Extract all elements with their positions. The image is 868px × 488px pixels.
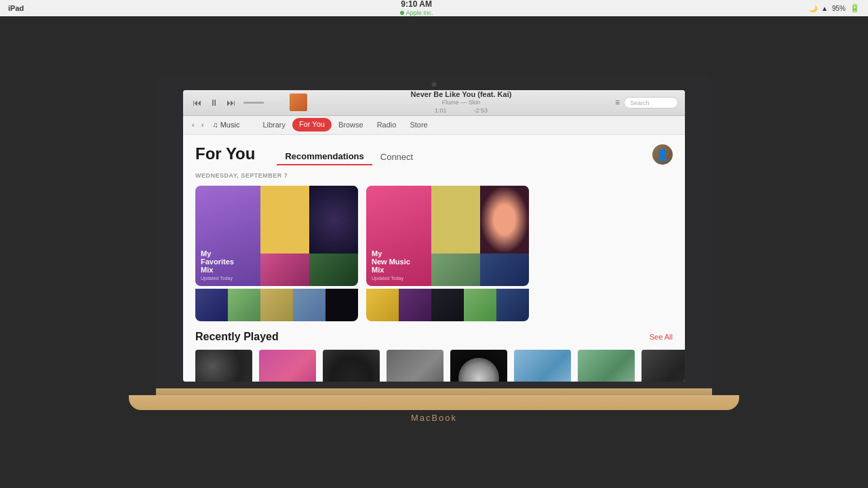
- breadcrumb-label: Music: [220, 121, 240, 129]
- nav-back[interactable]: ‹: [190, 121, 197, 129]
- albums-row: Generation De Lux Mirage - EP Elix Ology: [195, 350, 673, 382]
- album-item-mirage[interactable]: Mirage - EP Elix: [259, 350, 316, 382]
- song-info: Never Be Like You (feat. Kai) Flume — Sk…: [313, 90, 610, 115]
- album-item-ride[interactable]: Ride into the Unknown Badsum: [450, 350, 507, 382]
- nm-thumb-3: [431, 253, 480, 286]
- macbook-label: MacBook: [411, 413, 457, 423]
- nm-bs-1: [366, 289, 399, 321]
- pause-button[interactable]: ⏸: [207, 96, 221, 109]
- nav-tabs: Library For You Browse Radio Store: [256, 118, 434, 131]
- list-view-icon[interactable]: ≡: [615, 98, 620, 107]
- itunes-toolbar: ⏮ ⏸ ⏭ Never Be Like You (feat. Kai) Flum…: [183, 90, 685, 116]
- fav-bs-5: [326, 289, 358, 321]
- nm-thumb-2: [480, 186, 529, 253]
- album-item-softbounce[interactable]: The Soft Bounce Beyond The Wizards Sleev…: [387, 350, 443, 382]
- nav-forward[interactable]: ›: [199, 121, 206, 129]
- search-box: Search: [624, 97, 678, 108]
- tab-browse[interactable]: Browse: [332, 118, 370, 131]
- fav-bs-2: [228, 289, 260, 321]
- nm-thumb-4: [480, 253, 529, 286]
- nm-bs-3: [431, 289, 464, 321]
- album-item-nothingsreal[interactable]: Nothing's Real Shura: [514, 350, 571, 382]
- ipad-apple: Apple Inc.: [400, 9, 433, 17]
- fav-thumb-4: [309, 253, 358, 286]
- user-avatar[interactable]: 👤: [652, 144, 673, 165]
- nm-bs-5: [496, 289, 529, 321]
- fav-bs-4: [293, 289, 326, 321]
- album-item-ology[interactable]: Ology Gallant: [323, 350, 380, 382]
- search-placeholder: Search: [630, 100, 650, 106]
- album-cover-thickasthieves: [642, 350, 685, 382]
- for-you-tabs: Recommendations Connect: [277, 148, 421, 165]
- favorites-label2: Favorites: [201, 258, 255, 266]
- song-time-elapsed: 1:01 -2:53: [313, 107, 610, 115]
- new-music-updated: Updated Today: [372, 276, 426, 281]
- favorites-mix-card[interactable]: My Favorites Mix Updated Today: [195, 186, 358, 286]
- music-note-icon: ♫: [212, 121, 220, 129]
- song-artist-album: Flume — Skin: [313, 99, 610, 107]
- volume-slider[interactable]: [243, 102, 284, 104]
- album-item-thickasthieves[interactable]: Thick as Thieves The Temper Trap: [642, 350, 685, 382]
- nm-thumb-1: [431, 186, 480, 253]
- album-cover-ology: [323, 350, 380, 382]
- album-item-generation[interactable]: Generation De Lux: [195, 350, 252, 382]
- playback-controls: ⏮ ⏸ ⏭: [190, 96, 238, 109]
- favorites-updated: Updated Today: [201, 276, 255, 281]
- see-all-button[interactable]: See All: [650, 333, 673, 341]
- album-cover-generation: [195, 350, 252, 382]
- toolbar-right: ≡ Search: [615, 97, 678, 108]
- forward-button[interactable]: ⏭: [224, 96, 238, 109]
- moon-icon: 🌙: [809, 5, 817, 12]
- macbook-hinge: [156, 388, 712, 395]
- for-you-header: For You Recommendations Connect 👤: [195, 144, 673, 165]
- song-title: Never Be Like You (feat. Kai): [313, 90, 610, 100]
- now-playing-art: [290, 94, 307, 111]
- macbook-base: [129, 395, 739, 410]
- tab-radio[interactable]: Radio: [370, 118, 403, 131]
- fav-thumb-3: [260, 253, 309, 286]
- tab-recommendations[interactable]: Recommendations: [277, 148, 372, 165]
- mixes-row: My Favorites Mix Updated Today: [195, 186, 673, 286]
- screen-inner: ⏮ ⏸ ⏭ Never Be Like You (feat. Kai) Flum…: [183, 90, 685, 382]
- ipad-status-right: 🌙 ▲ 95% 🔋: [809, 3, 860, 13]
- tab-connect[interactable]: Connect: [372, 149, 421, 165]
- album-item-newkingdom[interactable]: New Kingdom Givvns: [578, 350, 635, 382]
- rewind-button[interactable]: ⏮: [190, 96, 204, 109]
- screen-bezel: ⏮ ⏸ ⏭ Never Be Like You (feat. Kai) Flum…: [156, 75, 712, 388]
- mix-bottom-strip: [195, 289, 673, 321]
- battery-label: 95%: [832, 5, 846, 12]
- tab-store[interactable]: Store: [403, 118, 434, 131]
- recently-played-header: Recently Played See All: [195, 331, 673, 343]
- date-label: WEDNESDAY, SEPTEMBER 7: [195, 172, 673, 179]
- avatar-icon: 👤: [656, 148, 669, 161]
- macbook: ⏮ ⏸ ⏭ Never Be Like You (feat. Kai) Flum…: [156, 75, 712, 423]
- favorites-label3: Mix: [201, 266, 255, 274]
- nm-bs-4: [464, 289, 496, 321]
- scene: ⏮ ⏸ ⏭ Never Be Like You (feat. Kai) Flum…: [0, 16, 868, 488]
- ipad-device-label: iPad: [8, 4, 24, 12]
- itunes-content: For You Recommendations Connect 👤 WEDNES…: [183, 135, 685, 382]
- location-icon: ▲: [821, 5, 828, 12]
- fav-bs-1: [195, 289, 228, 321]
- ipad-time: 9:10 AM: [401, 0, 432, 9]
- camera-dot: [432, 82, 437, 87]
- album-cover-mirage: [259, 350, 316, 382]
- nm-bottom-strip: [366, 289, 529, 321]
- tab-library[interactable]: Library: [256, 118, 292, 131]
- album-cover-softbounce: [387, 350, 443, 382]
- itunes-window: ⏮ ⏸ ⏭ Never Be Like You (feat. Kai) Flum…: [183, 90, 685, 382]
- recently-played-title: Recently Played: [195, 331, 279, 343]
- album-cover-ride: [450, 350, 507, 382]
- tab-for-you[interactable]: For You: [292, 118, 332, 131]
- new-music-mix-card[interactable]: My New Music Mix Updated Today: [366, 186, 529, 286]
- fav-thumb-2: [309, 186, 358, 253]
- new-music-main-tile: My New Music Mix Updated Today: [366, 186, 431, 286]
- fav-thumb-1: [260, 186, 309, 253]
- time-elapsed: 1:01: [435, 107, 447, 114]
- ipad-status-bar: iPad 9:10 AM Apple Inc. 🌙 ▲ 95% 🔋: [0, 0, 868, 16]
- new-music-label3: Mix: [372, 266, 426, 274]
- album-cover-nothingsreal: [514, 350, 571, 382]
- fav-bs-3: [260, 289, 293, 321]
- favorites-label1: My: [201, 249, 255, 258]
- nav-breadcrumb: ♫ Music: [212, 121, 239, 129]
